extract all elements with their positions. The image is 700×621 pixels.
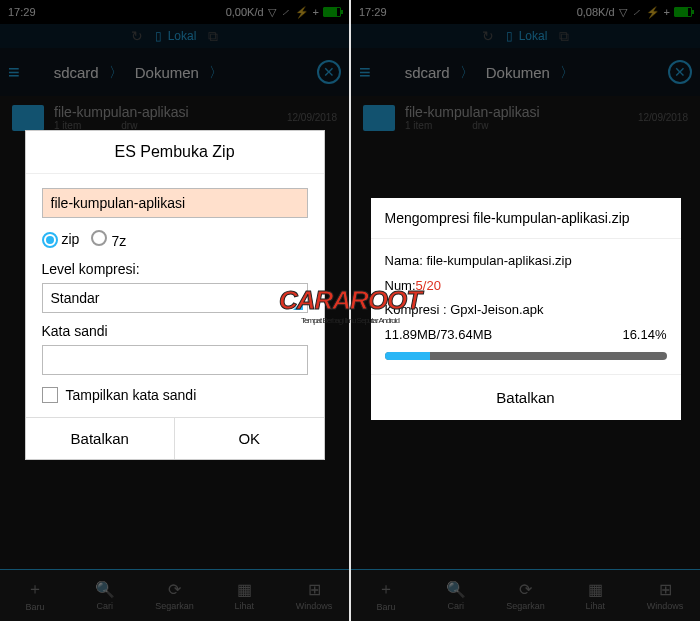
compression-level-select[interactable]: Standar — [42, 283, 308, 313]
dialog-title: ES Pembuka Zip — [26, 131, 324, 174]
show-password-checkbox[interactable] — [42, 387, 58, 403]
cancel-button[interactable]: Batalkan — [26, 418, 176, 459]
radio-unselected-icon — [91, 230, 107, 246]
radio-selected-icon — [42, 232, 58, 248]
radio-zip[interactable]: zip — [42, 231, 80, 248]
name-label: Nama: — [385, 253, 427, 268]
name-value: file-kumpulan-aplikasi.zip — [426, 253, 571, 268]
password-label: Kata sandi — [42, 323, 308, 339]
radio-7z[interactable]: 7z — [91, 230, 126, 249]
password-input[interactable] — [42, 345, 308, 375]
archive-name-input[interactable] — [42, 188, 308, 218]
percent-text: 16.14% — [622, 323, 666, 348]
modal-overlay: Mengompresi file-kumpulan-aplikasi.zip N… — [351, 0, 700, 621]
progress-fill — [385, 352, 431, 360]
cancel-button[interactable]: Batalkan — [371, 374, 681, 420]
progress-dialog: Mengompresi file-kumpulan-aplikasi.zip N… — [371, 198, 681, 420]
num-value: 5/20 — [416, 278, 441, 293]
compression-level-label: Level kompresi: — [42, 261, 308, 277]
progress-title: Mengompresi file-kumpulan-aplikasi.zip — [371, 198, 681, 239]
num-label: Num: — [385, 278, 416, 293]
modal-overlay: ES Pembuka Zip zip 7z Level kompresi: St… — [0, 0, 349, 621]
zip-dialog: ES Pembuka Zip zip 7z Level kompresi: St… — [25, 130, 325, 460]
size-text: 11.89MB/73.64MB — [385, 323, 493, 348]
ok-button[interactable]: OK — [175, 418, 324, 459]
compress-label: Kompresi : — [385, 302, 451, 317]
progress-bar — [385, 352, 667, 360]
compress-value: Gpxl-Jeison.apk — [450, 302, 543, 317]
show-password-label: Tampilkan kata sandi — [66, 387, 197, 403]
